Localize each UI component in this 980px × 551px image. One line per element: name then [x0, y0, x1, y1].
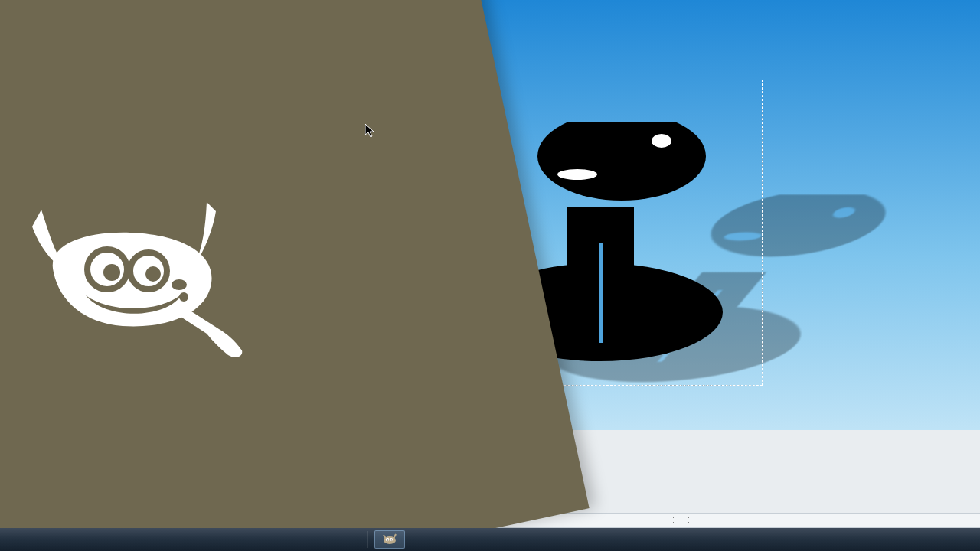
gimp-wilber-logo: [15, 199, 253, 370]
taskbar-item-gimp[interactable]: [374, 530, 405, 549]
taskbar-separator: [368, 531, 368, 548]
svg-point-17: [103, 264, 120, 281]
windows-taskbar[interactable]: [0, 528, 980, 551]
gimp-taskbar-icon: [382, 533, 397, 546]
svg-point-12: [179, 292, 188, 302]
svg-point-23: [387, 539, 389, 540]
scroll-grip-icon: ⋮⋮⋮: [670, 517, 685, 524]
svg-point-18: [145, 266, 161, 282]
svg-point-19: [172, 279, 187, 290]
svg-point-24: [391, 540, 393, 541]
